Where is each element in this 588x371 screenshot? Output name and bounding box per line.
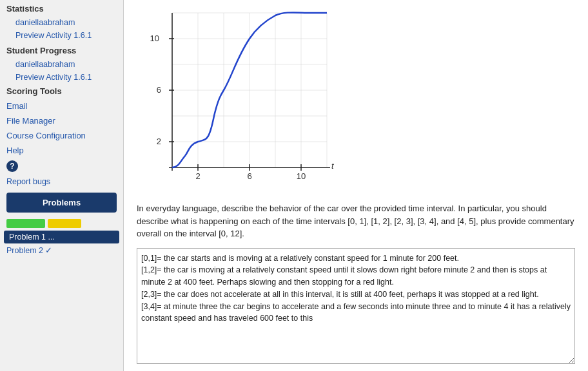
- main-content: 2 6 10 2 6 10 t In everyday language, de…: [124, 0, 588, 371]
- sidebar-student2-activity[interactable]: Preview Activity 1.6.1: [0, 71, 123, 84]
- sidebar-statistics-header[interactable]: Statistics: [0, 0, 123, 16]
- answer-textarea[interactable]: [137, 248, 575, 364]
- svg-text:2: 2: [195, 171, 200, 181]
- description-text: In everyday language, describe the behav…: [137, 202, 575, 240]
- sidebar-help[interactable]: Help: [0, 143, 123, 158]
- sidebar-scoring-tools[interactable]: Scoring Tools: [0, 84, 123, 99]
- svg-text:t: t: [331, 161, 335, 171]
- progress-yellow-bar: [48, 219, 81, 228]
- problem1-item[interactable]: Problem 1 ...: [4, 231, 119, 243]
- sidebar-student2-name[interactable]: daniellaabraham: [0, 58, 123, 71]
- sidebar-file-manager[interactable]: File Manager: [0, 113, 123, 128]
- help-icon[interactable]: ?: [6, 160, 18, 172]
- sidebar-student-progress-header[interactable]: Student Progress: [0, 42, 123, 58]
- problem2-item[interactable]: Problem 2 ✓: [0, 243, 123, 257]
- sidebar-course-configuration[interactable]: Course Configuration: [0, 128, 123, 143]
- svg-text:2: 2: [157, 137, 161, 146]
- svg-text:6: 6: [247, 171, 251, 181]
- sidebar: Statistics daniellaabraham Preview Activ…: [0, 0, 124, 371]
- sidebar-student1-activity[interactable]: Preview Activity 1.6.1: [0, 29, 123, 42]
- problems-button[interactable]: Problems: [6, 193, 117, 213]
- sidebar-student1-name[interactable]: daniellaabraham: [0, 16, 123, 29]
- report-bugs-link[interactable]: Report bugs: [0, 175, 123, 189]
- svg-text:10: 10: [150, 33, 159, 43]
- position-chart: 2 6 10 2 6 10 t: [137, 6, 337, 193]
- chart-container: 2 6 10 2 6 10 t: [137, 6, 575, 193]
- sidebar-email[interactable]: Email: [0, 99, 123, 113]
- svg-text:6: 6: [157, 85, 161, 95]
- progress-green-bar: [6, 219, 45, 228]
- progress-bar: [6, 219, 117, 228]
- svg-text:10: 10: [297, 171, 306, 181]
